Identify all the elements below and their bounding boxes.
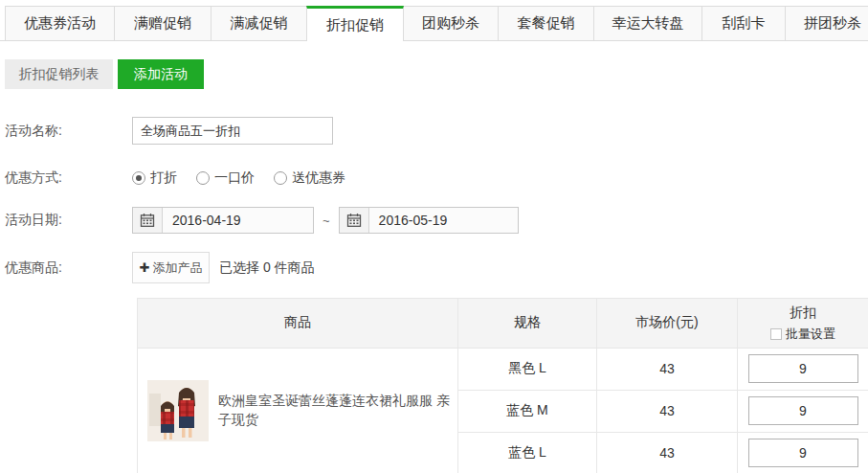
selected-count-text: 已选择 0 件商品: [219, 259, 315, 277]
start-date-value: 2016-04-19: [163, 208, 241, 233]
radio-option-label: 一口价: [214, 169, 255, 187]
tab-scratch-card[interactable]: 刮刮卡: [701, 6, 786, 40]
discount-method-row: 优惠方式: 打折 一口价 送优惠券: [5, 169, 868, 187]
product-image: [147, 380, 209, 441]
batch-set-label: 批量设置: [786, 325, 835, 344]
calendar-icon[interactable]: [133, 208, 163, 233]
activity-name-input[interactable]: [132, 117, 333, 145]
spec-cell: 蓝色 M: [458, 390, 597, 432]
table-row: 欧洲皇室圣诞蕾丝蓬蓬连衣裙礼服服 亲子现货 黑色 L 43: [138, 348, 868, 390]
header-price: 市场价(元): [597, 299, 738, 349]
start-date-picker[interactable]: 2016-04-19: [132, 207, 314, 234]
radio-option-yikoujia[interactable]: 一口价: [196, 169, 255, 187]
radio-unselected-icon[interactable]: [196, 171, 210, 185]
price-cell: 43: [597, 390, 738, 432]
spec-cell: 蓝色 L: [458, 432, 597, 473]
radio-selected-icon[interactable]: [132, 171, 145, 185]
end-date-value: 2016-05-19: [369, 208, 448, 233]
discount-list-button[interactable]: 折扣促销列表: [5, 59, 113, 89]
batch-set-checkbox[interactable]: [770, 328, 782, 340]
header-discount-title: 折扣: [738, 303, 868, 323]
tab-package-promotion[interactable]: 套餐促销: [498, 6, 594, 40]
subnav: 折扣促销列表 添加活动: [5, 59, 868, 89]
tab-lucky-wheel[interactable]: 幸运大转盘: [593, 6, 702, 40]
date-range-separator: ~: [323, 214, 330, 228]
end-date-picker[interactable]: 2016-05-19: [339, 207, 519, 234]
price-cell: 43: [597, 432, 738, 473]
discount-method-options: 打折 一口价 送优惠券: [132, 169, 365, 187]
spec-cell: 黑色 L: [458, 348, 597, 390]
tab-discount-promotion[interactable]: 折扣促销: [306, 6, 404, 41]
add-activity-button[interactable]: 添加活动: [118, 59, 204, 89]
discount-input[interactable]: [748, 354, 858, 383]
product-discount-table: 商品 规格 市场价(元) 折扣 批量设置: [137, 298, 868, 473]
promo-products-row: 优惠商品: ✚ 添加产品 已选择 0 件商品: [5, 252, 868, 283]
product-cell: 欧洲皇室圣诞蕾丝蓬蓬连衣裙礼服服 亲子现货: [138, 348, 458, 473]
discount-activity-form: 活动名称: 优惠方式: 打折 一口价 送优惠券 活动日期: 2016-0: [0, 117, 868, 473]
tab-full-reduction[interactable]: 满减促销: [211, 6, 307, 40]
tab-coupon-activity[interactable]: 优惠券活动: [5, 6, 115, 40]
add-product-button-label: 添加产品: [152, 259, 202, 277]
activity-date-row: 活动日期: 2016-04-19 ~ 2016-05-19: [5, 207, 868, 234]
discount-input[interactable]: [748, 439, 858, 467]
radio-option-dazhe[interactable]: 打折: [132, 169, 177, 187]
header-spec: 规格: [458, 299, 597, 349]
price-cell: 43: [597, 348, 738, 390]
radio-option-label: 打折: [150, 169, 177, 187]
radio-option-songyouhuiquan[interactable]: 送优惠券: [274, 169, 345, 187]
promotion-tabbar: 优惠券活动 满赠促销 满减促销 折扣促销 团购秒杀 套餐促销 幸运大转盘 刮刮卡…: [0, 0, 868, 41]
tab-full-gift[interactable]: 满赠促销: [114, 6, 211, 40]
promo-products-label: 优惠商品:: [5, 259, 132, 277]
table-header-row: 商品 规格 市场价(元) 折扣 批量设置: [138, 299, 868, 349]
activity-name-label: 活动名称:: [5, 123, 132, 140]
header-discount: 折扣 批量设置: [738, 299, 868, 349]
tab-pintuan-seckill[interactable]: 拼团秒杀: [785, 6, 868, 40]
plus-icon: ✚: [140, 260, 150, 275]
product-name: 欧洲皇室圣诞蕾丝蓬蓬连衣裙礼服服 亲子现货: [218, 392, 457, 429]
discount-method-label: 优惠方式:: [5, 169, 132, 187]
add-product-button[interactable]: ✚ 添加产品: [132, 252, 210, 283]
activity-date-label: 活动日期:: [5, 212, 132, 229]
header-product: 商品: [138, 299, 458, 349]
radio-unselected-icon[interactable]: [274, 171, 287, 185]
discount-input[interactable]: [748, 396, 858, 425]
calendar-icon[interactable]: [340, 208, 369, 233]
activity-name-row: 活动名称:: [5, 117, 868, 145]
radio-option-label: 送优惠券: [292, 169, 345, 187]
tab-group-seckill[interactable]: 团购秒杀: [403, 6, 499, 40]
